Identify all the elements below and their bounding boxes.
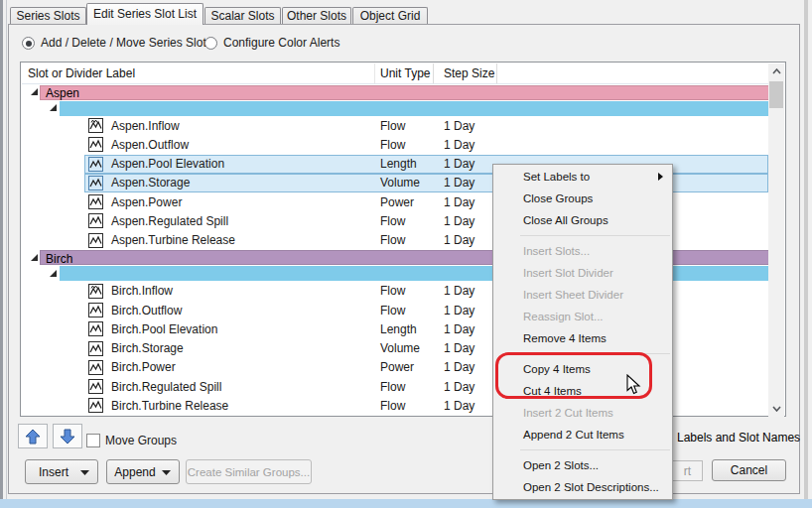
move-groups-label: Move Groups <box>105 434 177 447</box>
menu-item-label: Open 2 Slot Descriptions... <box>523 481 659 493</box>
labels-and-slot-names-text: Labels and Slot Names <box>677 431 800 444</box>
slot-step-size: 1 Day <box>444 380 474 394</box>
revert-button-partial[interactable]: rt <box>673 460 703 481</box>
slot-unit-type: Volume <box>380 341 420 355</box>
slot-step-size: 1 Day <box>444 138 474 152</box>
group-header-row[interactable]: Aspen <box>22 84 770 100</box>
menu-item-label: Set Labels to <box>523 171 590 183</box>
radio-add-delete-move-label: Add / Delete / Move Series Slot <box>41 36 206 50</box>
menu-item[interactable]: Set Labels to <box>493 166 672 188</box>
column-separator <box>374 64 375 83</box>
slot-label: Birch.Outflow <box>111 304 182 318</box>
slot-unit-type: Flow <box>380 304 405 318</box>
slot-unit-type: Power <box>380 195 414 209</box>
slot-unit-type: Length <box>380 322 417 336</box>
slot-label: Birch.Pool Elevation <box>111 322 217 336</box>
tab-scalar-slots[interactable]: Scalar Slots <box>204 7 281 24</box>
radio-add-delete-move[interactable] <box>22 37 35 50</box>
expanded-triangle-icon[interactable] <box>31 88 38 95</box>
menu-item-label: Append 2 Cut Items <box>523 429 624 441</box>
menu-item[interactable]: Close Groups <box>493 188 672 209</box>
window-frame-right <box>804 0 808 508</box>
menu-item[interactable]: Open 2 Slot Descriptions... <box>493 476 672 498</box>
table-header: Slot or Divider Label Unit Type Step Siz… <box>22 64 784 84</box>
append-button[interactable]: Append <box>106 459 180 484</box>
create-similar-groups-button[interactable]: Create Similar Groups... <box>186 459 312 484</box>
insert-button[interactable]: Insert <box>25 459 98 484</box>
series-slot-icon <box>88 379 103 394</box>
slot-label: Aspen.Turbine Release <box>111 233 235 247</box>
slot-label: Birch.Regulated Spill <box>111 380 221 394</box>
slot-step-size: 1 Day <box>444 399 474 413</box>
series-slot-icon <box>88 321 103 336</box>
slot-label: Aspen.Pool Elevation <box>111 157 224 171</box>
tab-series-slots[interactable]: Series Slots <box>10 7 86 24</box>
tab-object-grid[interactable]: Object Grid <box>352 7 428 24</box>
move-down-button[interactable] <box>53 424 82 448</box>
menu-item-label: Open 2 Slots... <box>523 459 599 471</box>
slot-row[interactable]: Aspen.Outflow Flow 1 Day <box>22 135 770 154</box>
expanded-triangle-icon[interactable] <box>31 254 38 261</box>
menu-item-label: Insert Sheet Divider <box>523 289 623 301</box>
scrollbar-thumb[interactable] <box>769 81 783 108</box>
scroll-up-button[interactable] <box>768 64 784 79</box>
dropdown-arrow-icon <box>80 470 89 475</box>
series-slot-icon <box>88 398 103 413</box>
slot-step-size: 1 Day <box>444 176 474 190</box>
expanded-triangle-icon[interactable] <box>50 270 57 277</box>
group-name: Birch <box>46 252 72 266</box>
slot-step-size: 1 Day <box>444 284 474 298</box>
menu-item-label: Reassign Slot... <box>523 311 604 322</box>
column-separator <box>433 64 434 83</box>
menu-item[interactable]: Append 2 Cut Items <box>493 424 672 445</box>
series-slot-icon <box>88 157 103 172</box>
column-header-step-size[interactable]: Step Size <box>444 66 494 80</box>
menu-item[interactable]: Insert 2 Cut Items <box>493 402 672 424</box>
menu-item[interactable]: Open 2 Slots... <box>493 454 672 476</box>
slot-unit-type: Volume <box>380 176 420 190</box>
blue-arrow-down-icon <box>59 428 76 445</box>
slot-label: Aspen.Inflow <box>111 119 180 133</box>
subgroup-header-row[interactable] <box>22 100 770 116</box>
menu-item[interactable]: Remove 4 Items <box>493 327 672 349</box>
menu-item[interactable]: Insert Sheet Divider <box>493 284 672 306</box>
menu-item[interactable]: Insert Slot Divider <box>493 262 672 284</box>
blue-arrow-up-icon <box>24 428 42 445</box>
column-header-unit-type[interactable]: Unit Type <box>380 66 430 80</box>
move-groups-checkbox[interactable] <box>86 434 100 447</box>
slot-unit-type: Power <box>380 360 414 374</box>
vertical-scrollbar[interactable] <box>768 64 784 417</box>
menu-item[interactable]: Insert Slots... <box>493 240 672 262</box>
menu-item[interactable]: Reassign Slot... <box>493 306 672 327</box>
window-frame-bottom <box>0 499 812 508</box>
submenu-arrow-icon <box>658 173 663 181</box>
subgroup-color-bar <box>60 101 770 116</box>
cancel-button[interactable]: Cancel <box>712 459 786 481</box>
context-menu: Set Labels to Close Groups Close All Gro… <box>492 164 673 500</box>
slot-unit-type: Flow <box>380 138 405 152</box>
slot-step-size: 1 Day <box>444 214 474 228</box>
slot-row[interactable]: Aspen.Inflow Flow 1 Day <box>22 116 770 135</box>
slot-step-size: 1 Day <box>444 304 474 318</box>
tab-other-slots[interactable]: Other Slots <box>282 7 351 24</box>
slot-label: Aspen.Regulated Spill <box>111 214 228 228</box>
tab-edit-series-slot-list[interactable]: Edit Series Slot List <box>86 3 203 25</box>
slot-unit-type: Flow <box>380 214 405 228</box>
expanded-triangle-icon[interactable] <box>50 104 57 111</box>
menu-item-label: Insert Slot Divider <box>523 267 613 279</box>
slot-unit-type: Flow <box>380 233 405 247</box>
slot-unit-type: Length <box>380 157 417 171</box>
slot-label: Birch.Inflow <box>111 284 173 298</box>
chevron-up-icon <box>772 68 781 74</box>
move-up-button[interactable] <box>18 424 48 448</box>
menu-item[interactable]: Close All Groups <box>493 209 672 231</box>
slot-label: Birch.Power <box>111 360 176 374</box>
scroll-down-button[interactable] <box>768 401 784 417</box>
column-header-slot-label[interactable]: Slot or Divider Label <box>28 66 135 80</box>
radio-configure-color-alerts[interactable] <box>204 37 217 50</box>
group-name: Aspen <box>46 86 79 100</box>
menu-item-label: Remove 4 Items <box>523 332 607 344</box>
dropdown-arrow-icon <box>162 470 171 475</box>
slot-unit-type: Flow <box>380 399 405 413</box>
menu-item-label: Insert 2 Cut Items <box>523 407 613 419</box>
